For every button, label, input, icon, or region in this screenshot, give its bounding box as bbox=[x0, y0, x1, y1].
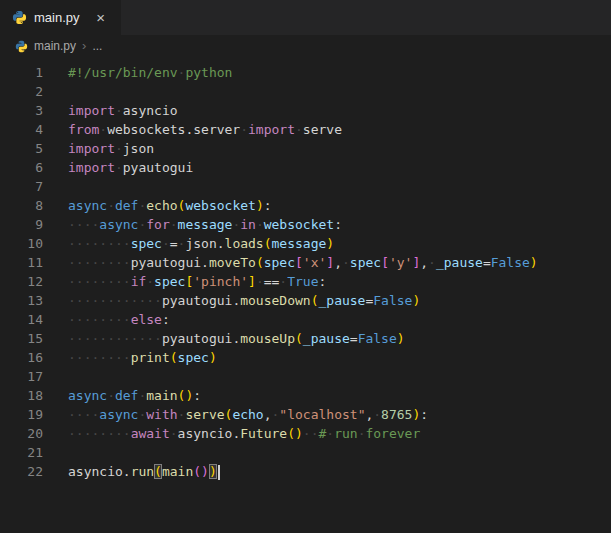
code-line-text[interactable]: from·websockets.server·import·serve bbox=[43, 120, 342, 139]
code-line-text[interactable]: ············pyautogui.mouseUp(_pause=Fal… bbox=[43, 329, 405, 348]
code-line-text[interactable]: async·def·echo(websocket): bbox=[43, 196, 272, 215]
code-token: spec bbox=[178, 350, 209, 365]
code-line-text[interactable]: ····async·with·serve(echo,·"localhost",·… bbox=[43, 405, 428, 424]
code-token: : bbox=[334, 217, 342, 232]
code-line-text[interactable]: ········spec·=·json.loads(message) bbox=[43, 234, 334, 253]
line-number[interactable]: 7 bbox=[0, 177, 43, 196]
code-token: import bbox=[68, 141, 115, 156]
code-line-text[interactable]: async·def·main(): bbox=[43, 386, 201, 405]
code-line-text[interactable]: ········print(spec) bbox=[43, 348, 217, 367]
code-token: ( bbox=[170, 350, 178, 365]
line-number[interactable]: 18 bbox=[0, 386, 43, 405]
code-token: else bbox=[131, 312, 162, 327]
code-line[interactable]: 18async·def·main(): bbox=[0, 386, 611, 405]
code-line-text[interactable]: #!/usr/bin/env·python bbox=[43, 63, 232, 82]
line-number[interactable]: 11 bbox=[0, 253, 43, 272]
line-number[interactable]: 17 bbox=[0, 367, 43, 386]
code-line[interactable]: 21 bbox=[0, 443, 611, 462]
code-line[interactable]: 20········await·asyncio.Future()··#·run·… bbox=[0, 424, 611, 443]
code-token: ( bbox=[295, 331, 303, 346]
line-number[interactable]: 5 bbox=[0, 139, 43, 158]
code-line[interactable]: 13············pyautogui.mouseDown(_pause… bbox=[0, 291, 611, 310]
code-line[interactable]: 6import·pyautogui bbox=[0, 158, 611, 177]
code-line-text[interactable]: ····async·for·message·in·websocket: bbox=[43, 215, 342, 234]
breadcrumb-file[interactable]: main.py bbox=[34, 39, 76, 53]
code-token: ( bbox=[287, 426, 295, 441]
code-line[interactable]: 9····async·for·message·in·websocket: bbox=[0, 215, 611, 234]
code-line[interactable]: 11········pyautogui.moveTo(spec['x'],·sp… bbox=[0, 253, 611, 272]
code-line-text[interactable] bbox=[43, 82, 68, 101]
code-line-text[interactable]: ········else: bbox=[43, 310, 170, 329]
close-icon[interactable]: × bbox=[91, 8, 111, 28]
code-token: ) bbox=[209, 350, 217, 365]
code-token: from bbox=[68, 122, 99, 137]
code-token: asyncio bbox=[68, 464, 123, 479]
code-token: Future bbox=[240, 426, 287, 441]
text-cursor bbox=[218, 465, 220, 480]
code-token: . bbox=[123, 464, 131, 479]
breadcrumb-more[interactable]: ... bbox=[92, 39, 102, 53]
code-line-text[interactable]: asyncio.run(main()) bbox=[43, 462, 220, 481]
code-token: pyautogui bbox=[162, 331, 232, 346]
code-token: 'x' bbox=[303, 255, 326, 270]
code-line-text[interactable]: import·pyautogui bbox=[43, 158, 193, 177]
line-number[interactable]: 8 bbox=[0, 196, 43, 215]
code-line[interactable]: 7 bbox=[0, 177, 611, 196]
code-line[interactable]: 22asyncio.run(main()) bbox=[0, 462, 611, 481]
code-token: websockets.server bbox=[107, 122, 240, 137]
code-line[interactable]: 3import·asyncio bbox=[0, 101, 611, 120]
line-number[interactable]: 12 bbox=[0, 272, 43, 291]
line-number[interactable]: 6 bbox=[0, 158, 43, 177]
whitespace-dots: ········ bbox=[68, 255, 131, 270]
code-line-text[interactable] bbox=[43, 443, 68, 462]
code-token: run bbox=[131, 464, 154, 479]
code-line-text[interactable]: ········await·asyncio.Future()··#·run·fo… bbox=[43, 424, 420, 443]
vscode-window: main.py × main.py › ... 1#!/usr/bin/env·… bbox=[0, 0, 611, 533]
whitespace-dots: · bbox=[146, 274, 154, 289]
line-number[interactable]: 9 bbox=[0, 215, 43, 234]
code-line-text[interactable]: import·json bbox=[43, 139, 154, 158]
tab-main-py[interactable]: main.py × bbox=[0, 0, 121, 35]
code-line[interactable]: 12········if·spec['pinch']·==·True: bbox=[0, 272, 611, 291]
line-number[interactable]: 13 bbox=[0, 291, 43, 310]
code-token: spec bbox=[154, 274, 185, 289]
code-line[interactable]: 10········spec·=·json.loads(message) bbox=[0, 234, 611, 253]
code-token: in bbox=[240, 217, 256, 232]
code-token: ) bbox=[326, 236, 334, 251]
code-line[interactable]: 14········else: bbox=[0, 310, 611, 329]
line-number[interactable]: 10 bbox=[0, 234, 43, 253]
whitespace-dots: ········ bbox=[68, 312, 131, 327]
code-line-text[interactable]: ············pyautogui.mouseDown(_pause=F… bbox=[43, 291, 420, 310]
code-token: . bbox=[201, 255, 209, 270]
code-line[interactable]: 8async·def·echo(websocket): bbox=[0, 196, 611, 215]
line-number[interactable]: 1 bbox=[0, 63, 43, 82]
code-line[interactable]: 15············pyautogui.mouseUp(_pause=F… bbox=[0, 329, 611, 348]
line-number[interactable]: 3 bbox=[0, 101, 43, 120]
line-number[interactable]: 19 bbox=[0, 405, 43, 424]
line-number[interactable]: 21 bbox=[0, 443, 43, 462]
code-line[interactable]: 4from·websockets.server·import·serve bbox=[0, 120, 611, 139]
line-number[interactable]: 2 bbox=[0, 82, 43, 101]
line-number[interactable]: 15 bbox=[0, 329, 43, 348]
code-line-text[interactable]: ········if·spec['pinch']·==·True: bbox=[43, 272, 326, 291]
code-line-text[interactable]: ········pyautogui.moveTo(spec['x'],·spec… bbox=[43, 253, 538, 272]
code-line-text[interactable]: import·asyncio bbox=[43, 101, 178, 120]
code-line[interactable]: 17 bbox=[0, 367, 611, 386]
line-number[interactable]: 22 bbox=[0, 462, 43, 481]
code-editor[interactable]: 1#!/usr/bin/env·python23import·asyncio4f… bbox=[0, 57, 611, 533]
code-token: _pause bbox=[436, 255, 483, 270]
code-token: spec bbox=[264, 255, 295, 270]
code-line[interactable]: 1#!/usr/bin/env·python bbox=[0, 63, 611, 82]
line-number[interactable]: 16 bbox=[0, 348, 43, 367]
line-number[interactable]: 20 bbox=[0, 424, 43, 443]
code-line[interactable]: 2 bbox=[0, 82, 611, 101]
code-token: serve bbox=[303, 122, 342, 137]
code-token: False bbox=[373, 293, 412, 308]
code-line[interactable]: 19····async·with·serve(echo,·"localhost"… bbox=[0, 405, 611, 424]
line-number[interactable]: 14 bbox=[0, 310, 43, 329]
code-line[interactable]: 16········print(spec) bbox=[0, 348, 611, 367]
line-number[interactable]: 4 bbox=[0, 120, 43, 139]
code-line-text[interactable] bbox=[43, 367, 68, 386]
code-line[interactable]: 5import·json bbox=[0, 139, 611, 158]
code-line-text[interactable] bbox=[43, 177, 68, 196]
